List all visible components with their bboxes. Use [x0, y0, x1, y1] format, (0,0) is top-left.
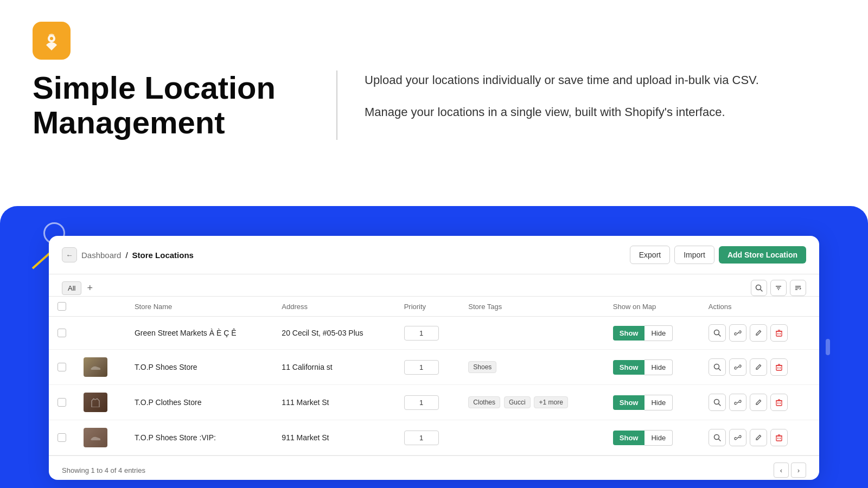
delete-action-btn[interactable]	[770, 429, 788, 446]
delete-action-btn[interactable]	[770, 324, 788, 342]
header-checkbox-cell	[49, 297, 75, 317]
row-show-on-map: Show Hide	[604, 317, 700, 350]
row-image-cell	[75, 317, 126, 350]
row-show-on-map: Show Hide	[604, 420, 700, 455]
row-actions	[700, 317, 819, 350]
actions-group	[709, 358, 810, 376]
edit-action-btn[interactable]	[750, 394, 767, 411]
prev-page-button[interactable]: ‹	[774, 463, 789, 478]
next-page-button[interactable]: ›	[791, 463, 806, 478]
table-header: Store Name Address Priority Store Tags S…	[49, 297, 819, 317]
table-row: T.O.P Clothes Store 111 Market St Clothe…	[49, 385, 819, 420]
edit-action-btn[interactable]	[750, 324, 767, 342]
show-hide-group: Show Hide	[613, 325, 691, 341]
hide-button[interactable]: Hide	[644, 430, 673, 446]
delete-action-btn[interactable]	[770, 358, 788, 376]
header-store-name: Store Name	[126, 297, 273, 317]
svg-line-13	[718, 335, 720, 337]
search-action-btn[interactable]	[709, 324, 726, 342]
link-action-btn[interactable]	[729, 358, 746, 376]
row-checkbox[interactable]	[58, 363, 66, 371]
header-store-tags: Store Tags	[459, 297, 604, 317]
export-button[interactable]: Export	[630, 246, 670, 264]
priority-input[interactable]	[404, 360, 439, 375]
sort-icon-btn[interactable]	[790, 280, 806, 296]
table-row: Green Street Markets À È Ç Ê 20 Cecil St…	[49, 317, 819, 350]
hero-description-1: Upload your locations individually or sa…	[365, 70, 759, 89]
logo-area	[33, 22, 71, 60]
search-action-btn[interactable]	[709, 429, 726, 446]
import-button[interactable]: Import	[674, 246, 714, 264]
hero-description-2: Manage your locations in a single view, …	[365, 102, 759, 121]
tags-more: +1 more	[534, 396, 567, 408]
row-image-cell	[75, 350, 126, 385]
search-action-btn[interactable]	[709, 394, 726, 411]
add-store-location-button[interactable]: Add Store Location	[719, 246, 806, 264]
row-store-name: Green Street Markets À È Ç Ê	[126, 317, 273, 350]
store-tag: Clothes	[468, 396, 500, 408]
row-checkbox[interactable]	[58, 329, 66, 337]
scrollbar-thumb[interactable]	[826, 339, 830, 355]
hero-section: Simple Location Management Upload your l…	[0, 70, 868, 140]
tab-all[interactable]: All	[62, 281, 81, 295]
svg-line-5	[761, 290, 763, 292]
pagination-buttons: ‹ ›	[774, 463, 806, 478]
delete-action-btn[interactable]	[770, 394, 788, 411]
table-footer: Showing 1 to 4 of 4 entries ‹ ›	[49, 455, 819, 480]
svg-rect-35	[776, 436, 782, 441]
link-action-btn[interactable]	[729, 394, 746, 411]
show-button[interactable]: Show	[613, 326, 645, 341]
store-thumbnail	[84, 393, 107, 412]
store-thumbnail	[84, 428, 107, 447]
show-button[interactable]: Show	[613, 360, 645, 375]
row-show-on-map: Show Hide	[604, 385, 700, 420]
show-hide-group: Show Hide	[613, 395, 691, 410]
dashboard-header: ← Dashboard / Store Locations Export Imp…	[49, 236, 819, 274]
select-all-checkbox[interactable]	[58, 302, 66, 311]
breadcrumb-current: Store Locations	[132, 251, 194, 260]
show-button[interactable]: Show	[613, 395, 645, 410]
svg-rect-14	[776, 331, 782, 336]
edit-action-btn[interactable]	[750, 358, 767, 376]
hide-button[interactable]: Hide	[644, 359, 673, 375]
show-button[interactable]: Show	[613, 431, 645, 445]
header-address: Address	[273, 297, 395, 317]
back-button[interactable]: ←	[62, 247, 77, 262]
search-icon-btn[interactable]	[751, 280, 767, 296]
row-tags: Shoes	[459, 350, 604, 385]
row-actions	[700, 420, 819, 455]
row-store-name: T.O.P Clothes Store	[126, 385, 273, 420]
tab-add[interactable]: +	[84, 282, 96, 294]
breadcrumb-separator: /	[125, 251, 127, 260]
row-priority	[395, 385, 460, 420]
priority-input[interactable]	[404, 395, 439, 410]
header-actions: Actions	[700, 297, 819, 317]
priority-input[interactable]	[404, 326, 439, 341]
hide-button[interactable]: Hide	[644, 325, 673, 341]
row-checkbox-cell	[49, 385, 75, 420]
link-action-btn[interactable]	[729, 429, 746, 446]
store-locations-table: Store Name Address Priority Store Tags S…	[49, 297, 819, 455]
edit-action-btn[interactable]	[750, 429, 767, 446]
priority-input[interactable]	[404, 431, 439, 445]
hero-description: Upload your locations individually or sa…	[359, 70, 759, 140]
table-row: T.O.P Shoes Store :VIP: 911 Market St Sh…	[49, 420, 819, 455]
filter-icon-btn[interactable]	[770, 280, 787, 296]
actions-group	[709, 394, 810, 411]
row-tags	[459, 317, 604, 350]
hide-button[interactable]: Hide	[644, 395, 673, 410]
row-checkbox[interactable]	[58, 433, 66, 442]
header-image	[75, 297, 126, 317]
row-checkbox-cell	[49, 350, 75, 385]
row-store-name: T.O.P Shoes Store	[126, 350, 273, 385]
row-actions	[700, 350, 819, 385]
link-action-btn[interactable]	[729, 324, 746, 342]
search-action-btn[interactable]	[709, 358, 726, 376]
breadcrumb: ← Dashboard / Store Locations	[62, 247, 194, 262]
row-actions	[700, 385, 819, 420]
row-address: 111 Market St	[273, 385, 395, 420]
row-checkbox[interactable]	[58, 398, 66, 407]
header-show-on-map: Show on Map	[604, 297, 700, 317]
header-actions: Export Import Add Store Location	[630, 246, 806, 264]
svg-point-1	[50, 37, 53, 40]
